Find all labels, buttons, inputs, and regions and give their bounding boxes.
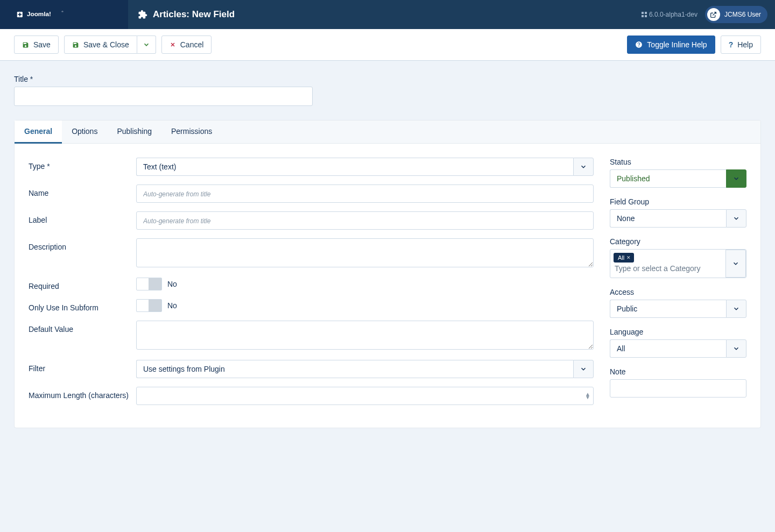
note-input[interactable] — [610, 379, 746, 398]
default-textarea[interactable] — [136, 321, 594, 350]
label-label: Label — [29, 211, 136, 224]
chevron-down-icon — [143, 41, 150, 48]
name-label: Name — [29, 185, 136, 197]
type-label: Type * — [29, 158, 136, 171]
title-field-group: Title * — [14, 75, 761, 106]
save-icon — [72, 41, 79, 48]
title-input[interactable] — [14, 87, 313, 106]
language-label: Language — [610, 328, 746, 336]
tag-remove-icon[interactable]: ✕ — [626, 255, 631, 260]
question-icon: ? — [729, 40, 734, 49]
page-title: Articles: New Field — [153, 9, 235, 20]
name-input[interactable] — [136, 185, 594, 203]
default-label: Default Value — [29, 321, 136, 334]
number-stepper[interactable]: ▲▼ — [585, 393, 590, 399]
tab-general[interactable]: General — [15, 120, 62, 144]
tab-permissions[interactable]: Permissions — [161, 120, 222, 143]
toggle-inline-help-button[interactable]: Toggle Inline Help — [627, 36, 715, 54]
subform-label: Only Use In Subform — [29, 299, 136, 312]
required-switch[interactable] — [136, 278, 162, 290]
required-label: Required — [29, 278, 136, 290]
status-select[interactable]: Published — [610, 169, 746, 188]
fieldgroup-label: Field Group — [610, 197, 746, 206]
question-circle-icon — [635, 41, 643, 48]
category-tag[interactable]: All ✕ — [614, 253, 634, 263]
topbar-right: 6.0.0-alpha1-dev JCMS6 User — [634, 0, 775, 29]
subform-switch[interactable] — [136, 299, 162, 312]
tab-options[interactable]: Options — [62, 120, 107, 143]
chevron-down-icon — [573, 158, 594, 176]
tab-publishing[interactable]: Publishing — [107, 120, 161, 143]
top-header: Joomla! ® Articles: New Field 6.0.0-alph… — [0, 0, 775, 29]
required-value: No — [167, 280, 177, 288]
chevron-down-icon — [726, 169, 746, 188]
chevron-down-icon — [726, 300, 746, 318]
svg-text:Joomla!: Joomla! — [27, 10, 51, 17]
note-label: Note — [610, 367, 746, 376]
fieldgroup-select[interactable]: None — [610, 209, 746, 228]
version-text: 6.0.0-alpha1-dev — [649, 11, 698, 18]
joomla-logo-icon: Joomla! ® — [10, 9, 80, 20]
user-menu[interactable]: JCMS6 User — [705, 6, 767, 23]
cancel-button[interactable]: Cancel — [161, 36, 212, 54]
user-name: JCMS6 User — [724, 11, 761, 18]
brand-box[interactable]: Joomla! ® — [0, 0, 128, 29]
category-label: Category — [610, 237, 746, 246]
external-link-icon — [707, 8, 720, 21]
filter-label: Filter — [29, 360, 136, 373]
filter-select[interactable]: Use settings from Plugin — [136, 360, 594, 378]
save-icon — [22, 41, 29, 48]
label-input[interactable] — [136, 211, 594, 230]
version-badge[interactable]: 6.0.0-alpha1-dev — [642, 11, 698, 18]
joomla-mini-icon — [642, 12, 647, 17]
content-area: Title * General Options Publishing Permi… — [0, 61, 775, 442]
description-label: Description — [29, 238, 136, 251]
puzzle-icon — [138, 10, 147, 19]
page-title-box: Articles: New Field — [128, 0, 634, 29]
help-button[interactable]: ? Help — [721, 36, 761, 54]
chevron-down-icon — [726, 209, 746, 228]
title-label: Title * — [14, 75, 761, 83]
language-select[interactable]: All — [610, 339, 746, 358]
maxlen-label: Maximum Length (characters) — [29, 387, 136, 400]
description-textarea[interactable] — [136, 238, 594, 267]
chevron-down-icon — [725, 250, 746, 278]
chevron-down-icon — [726, 339, 746, 358]
maxlen-input[interactable] — [136, 387, 594, 405]
chevron-down-icon — [573, 360, 594, 378]
close-icon — [170, 41, 176, 48]
save-button[interactable]: Save — [14, 36, 59, 54]
save-close-button[interactable]: Save & Close — [64, 36, 137, 54]
tabs-container: General Options Publishing Permissions T… — [14, 120, 761, 428]
category-multiselect[interactable]: All ✕ Type or select a Category — [610, 249, 746, 278]
access-select[interactable]: Public — [610, 300, 746, 318]
type-select[interactable]: Text (text) — [136, 158, 594, 176]
status-label: Status — [610, 158, 746, 166]
subform-value: No — [167, 301, 177, 310]
main-column: Type * Text (text) Name — [29, 158, 594, 414]
svg-text:®: ® — [62, 10, 64, 13]
tab-body: Type * Text (text) Name — [15, 144, 760, 428]
toolbar: Save Save & Close Cancel Toggle Inline H… — [0, 29, 775, 61]
side-column: Status Published Field Group None — [610, 158, 746, 414]
category-placeholder: Type or select a Category — [614, 263, 722, 274]
save-close-dropdown[interactable] — [137, 36, 156, 54]
tab-nav: General Options Publishing Permissions — [15, 120, 760, 144]
access-label: Access — [610, 288, 746, 296]
save-close-group: Save & Close — [64, 36, 156, 54]
